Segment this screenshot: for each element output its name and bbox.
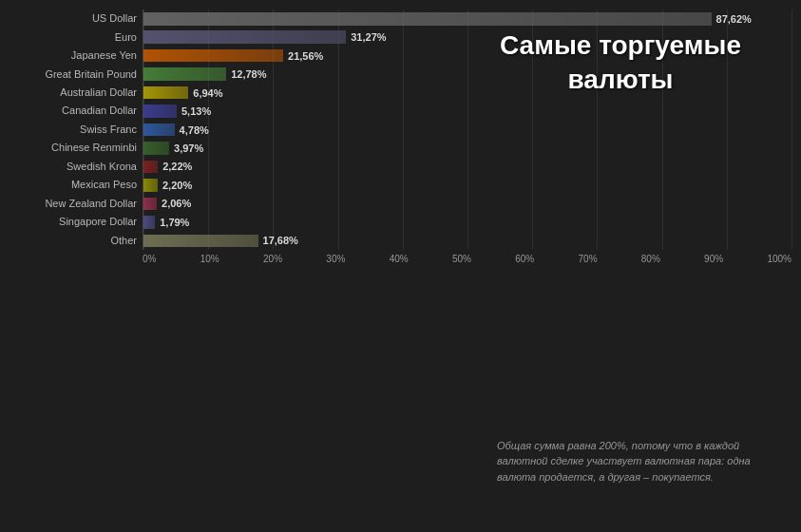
- bar-value-label: 1,79%: [160, 217, 189, 228]
- x-axis-label: 0%: [143, 254, 156, 494]
- bar: [143, 179, 158, 192]
- bar-value-label: 87,62%: [716, 13, 752, 25]
- bar-row: 2,20%: [143, 176, 791, 194]
- bar-value-label: 21,56%: [288, 50, 323, 62]
- bar: [143, 86, 188, 100]
- x-axis-label: 30%: [326, 254, 345, 494]
- y-label: Mexican Peso: [10, 176, 137, 194]
- bar-value-label: 2,06%: [162, 198, 191, 209]
- y-label: Swiss Franc: [10, 121, 137, 139]
- bar-row: 3,97%: [143, 139, 791, 157]
- bar-row: 87,62%: [143, 10, 791, 28]
- bar-value-label: 4,78%: [180, 124, 209, 136]
- bar-row: 5,13%: [143, 102, 791, 120]
- y-label: US Dollar: [10, 10, 137, 28]
- x-axis-label: 10%: [200, 254, 219, 494]
- y-labels: US DollarEuroJapanese YenGreat Britain P…: [10, 10, 143, 250]
- bar-value-label: 17,68%: [263, 235, 298, 246]
- chart-container: US DollarEuroJapanese YenGreat Britain P…: [0, 0, 801, 532]
- bar: [143, 216, 155, 229]
- bar: [143, 12, 712, 26]
- x-axis-label: 50%: [452, 254, 471, 494]
- bar-value-label: 3,97%: [174, 142, 203, 154]
- y-label: Australian Dollar: [10, 84, 137, 102]
- y-label: Great Britain Pound: [10, 65, 137, 83]
- chart-title: Самые торгуемые валюты: [459, 28, 782, 98]
- x-axis-label: 20%: [263, 254, 282, 494]
- bar-value-label: 2,20%: [162, 180, 192, 191]
- bar: [143, 124, 175, 137]
- bar-row: 1,79%: [143, 213, 791, 231]
- bar-row: 2,06%: [143, 195, 791, 213]
- y-label: Other: [10, 232, 137, 250]
- y-label: Swedish Krona: [10, 158, 137, 176]
- bar-value-label: 2,22%: [162, 161, 192, 172]
- chart-note: Общая сумма равна 200%, потому что в каж…: [497, 438, 782, 485]
- bar-row: 17,68%: [143, 232, 791, 250]
- bar-value-label: 5,13%: [181, 105, 211, 117]
- y-label: New Zealand Dollar: [10, 195, 137, 213]
- y-label: Singapore Dollar: [10, 213, 137, 231]
- bar-value-label: 31,27%: [351, 31, 386, 43]
- bar-value-label: 12,78%: [231, 68, 266, 80]
- bar: [143, 142, 169, 155]
- x-axis-label: 40%: [390, 254, 409, 494]
- y-label: Chinese Renminbi: [10, 139, 137, 157]
- grid-line: [791, 10, 792, 250]
- bar: [143, 104, 177, 118]
- bar-row: 2,22%: [143, 158, 791, 176]
- y-label: Euro: [10, 28, 137, 46]
- bar: [143, 67, 226, 81]
- bar-row: 4,78%: [143, 121, 791, 139]
- y-label: Canadian Dollar: [10, 102, 137, 120]
- bar: [143, 198, 157, 211]
- y-label: Japanese Yen: [10, 47, 137, 65]
- bar: [143, 30, 346, 44]
- bar: [143, 49, 283, 63]
- bar: [143, 235, 258, 248]
- bar: [143, 161, 158, 174]
- bar-value-label: 6,94%: [193, 87, 222, 99]
